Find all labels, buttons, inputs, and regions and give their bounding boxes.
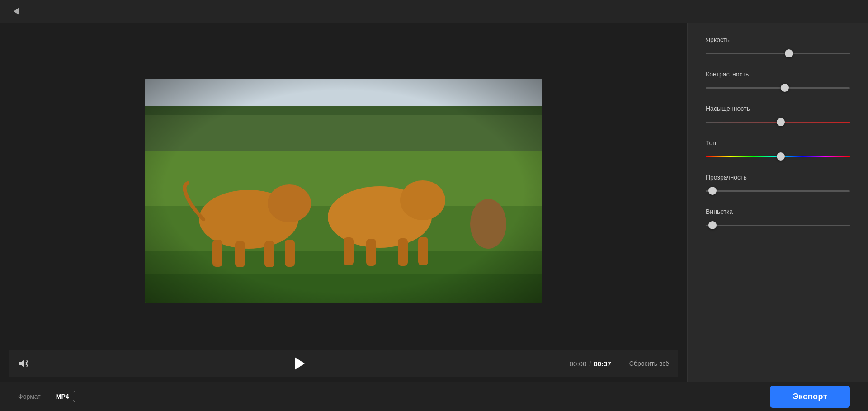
total-time: 00:37 bbox=[594, 360, 611, 368]
video-frame bbox=[145, 79, 542, 303]
back-arrow-icon bbox=[14, 8, 19, 15]
svg-rect-20 bbox=[145, 79, 542, 303]
hue-group: Тон bbox=[706, 139, 850, 161]
saturation-label: Насыщенность bbox=[706, 105, 850, 112]
contrast-slider-container bbox=[706, 83, 850, 92]
back-button[interactable] bbox=[9, 4, 24, 19]
format-section: Формат — MP4 ⌃⌄ bbox=[18, 390, 76, 403]
video-player bbox=[145, 79, 542, 303]
play-button[interactable] bbox=[39, 357, 561, 370]
main-content: 00:00 / 00:37 Сбросить всё Яркость Контр… bbox=[0, 23, 868, 382]
brightness-slider[interactable] bbox=[706, 49, 850, 57]
saturation-slider[interactable] bbox=[706, 118, 850, 126]
contrast-group: Контрастность bbox=[706, 71, 850, 92]
transparency-slider-container bbox=[706, 186, 850, 195]
transparency-group: Прозрачность bbox=[706, 174, 850, 195]
transparency-label: Прозрачность bbox=[706, 174, 850, 181]
format-select[interactable]: MP4 ⌃⌄ bbox=[56, 390, 76, 403]
top-bar bbox=[0, 0, 868, 23]
brightness-label: Яркость bbox=[706, 36, 850, 43]
vignette-label: Виньетка bbox=[706, 208, 850, 215]
reset-all-button[interactable]: Сбросить всё bbox=[629, 360, 669, 367]
video-section: 00:00 / 00:37 Сбросить всё bbox=[0, 23, 687, 382]
hue-slider[interactable] bbox=[706, 152, 850, 161]
current-time: 00:00 bbox=[570, 360, 587, 368]
controls-bar: 00:00 / 00:37 Сбросить всё bbox=[9, 350, 678, 377]
vignette-slider-container bbox=[706, 221, 850, 230]
saturation-group: Насыщенность bbox=[706, 105, 850, 127]
right-panel: Яркость Контрастность Насыщенность Тон bbox=[687, 23, 868, 382]
time-separator: / bbox=[589, 360, 591, 368]
format-dash: — bbox=[45, 393, 52, 400]
bottom-bar: Формат — MP4 ⌃⌄ Экспорт bbox=[0, 382, 868, 411]
transparency-slider[interactable] bbox=[706, 187, 850, 195]
format-label: Формат bbox=[18, 393, 41, 400]
hue-slider-container bbox=[706, 152, 850, 161]
contrast-label: Контрастность bbox=[706, 71, 850, 78]
svg-marker-21 bbox=[19, 359, 24, 368]
volume-button[interactable] bbox=[18, 359, 30, 368]
time-display: 00:00 / 00:37 bbox=[570, 360, 611, 368]
saturation-slider-container bbox=[706, 118, 850, 127]
vignette-slider[interactable] bbox=[706, 221, 850, 229]
video-wrapper bbox=[9, 32, 678, 350]
volume-icon bbox=[18, 359, 30, 368]
format-value: MP4 bbox=[56, 393, 69, 400]
play-icon bbox=[295, 357, 305, 370]
brightness-slider-container bbox=[706, 49, 850, 58]
hue-label: Тон bbox=[706, 139, 850, 146]
contrast-slider[interactable] bbox=[706, 84, 850, 92]
export-button[interactable]: Экспорт bbox=[770, 386, 850, 408]
brightness-group: Яркость bbox=[706, 36, 850, 58]
format-chevron-icon: ⌃⌄ bbox=[72, 390, 76, 403]
vignette-group: Виньетка bbox=[706, 208, 850, 230]
